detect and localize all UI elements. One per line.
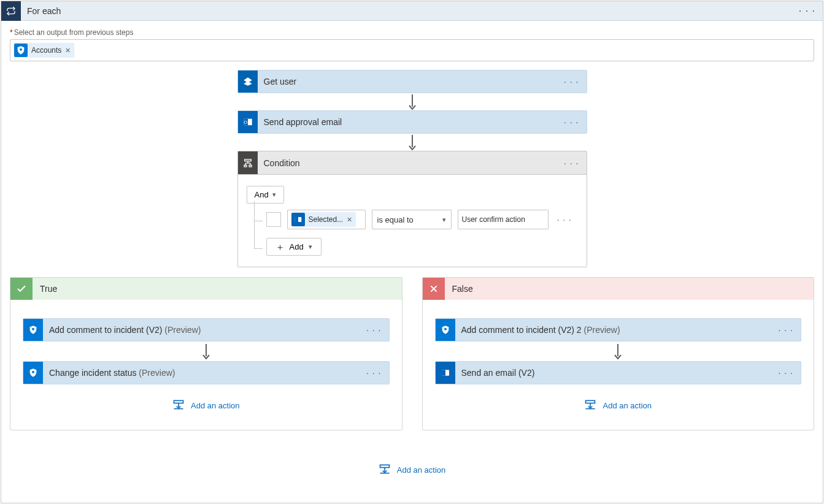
row-checkbox[interactable] <box>266 212 281 227</box>
for-each-container: For each · · · *Select an output from pr… <box>1 1 823 503</box>
action-title: Send an email (V2) <box>455 368 771 378</box>
action-title: Add comment to incident (V2) (Preview) <box>43 325 359 335</box>
flow-arrow-icon <box>612 343 624 360</box>
flow-arrow-icon <box>200 343 212 360</box>
header-menu-button[interactable]: · · · <box>791 6 823 17</box>
action-menu[interactable]: · · · <box>359 325 388 335</box>
true-header[interactable]: True <box>10 278 402 300</box>
action-title: Add comment to incident (V2) 2 (Preview) <box>455 325 771 335</box>
add-row: ＋ Add ▾ <box>254 238 578 256</box>
false-title: False <box>445 284 814 294</box>
svg-point-21 <box>444 328 447 330</box>
send-approval-title: Send approval email <box>258 117 557 127</box>
for-each-title: For each <box>21 6 791 16</box>
close-icon <box>423 278 445 300</box>
get-user-action[interactable]: Get user · · · <box>237 70 587 93</box>
send-approval-menu[interactable]: · · · <box>556 117 586 127</box>
condition-title: Condition <box>258 158 557 168</box>
add-comment-true-action[interactable]: Add comment to incident (V2) (Preview) ·… <box>23 318 390 342</box>
add-action-footer[interactable]: Add an action <box>379 464 446 476</box>
svg-rect-25 <box>586 400 595 403</box>
branches-row: True Add comment to incident (V2) (Previ… <box>10 277 814 430</box>
outlook-icon <box>436 362 455 384</box>
insert-action-icon <box>584 399 596 412</box>
condition-row: Selected... ✕ is equal to ▾ User confirm… <box>254 210 578 229</box>
footer-add-wrap: Add an action <box>10 449 814 476</box>
get-user-title: Get user <box>258 77 557 86</box>
outlook-icon: O <box>238 111 258 133</box>
body-area: *Select an output from previous steps Ac… <box>1 21 823 503</box>
svg-point-15 <box>32 328 34 330</box>
operator-dropdown[interactable]: is equal to ▾ <box>372 210 452 229</box>
chevron-down-icon: ▾ <box>272 191 276 199</box>
condition-card: Condition · · · And ▾ <box>237 151 587 267</box>
output-token-input[interactable]: Accounts ✕ <box>10 39 814 61</box>
condition-tree: Selected... ✕ is equal to ▾ User confirm… <box>254 210 578 256</box>
left-operand-input[interactable]: Selected... ✕ <box>287 210 366 229</box>
svg-rect-24 <box>442 370 445 375</box>
sentinel-icon <box>23 362 43 384</box>
sentinel-icon <box>14 44 28 57</box>
condition-header[interactable]: Condition · · · <box>238 151 587 175</box>
send-email-action[interactable]: Send an email (V2) · · · <box>435 361 802 384</box>
action-title: Change incident status (Preview) <box>43 368 359 378</box>
flow-column: Get user · · · O Send approval email · ·… <box>10 70 814 272</box>
accounts-token[interactable]: Accounts ✕ <box>14 43 74 58</box>
false-branch: False Add comment to incident (V2) 2 (Pr… <box>422 277 815 430</box>
action-menu[interactable]: · · · <box>771 368 801 378</box>
chevron-down-icon: ▾ <box>442 216 446 224</box>
send-approval-action[interactable]: O Send approval email · · · <box>237 110 587 134</box>
aad-icon <box>238 71 258 93</box>
outlook-icon <box>291 213 305 226</box>
add-condition-button[interactable]: ＋ Add ▾ <box>266 238 322 256</box>
condition-menu[interactable]: · · · <box>556 158 586 168</box>
change-status-action[interactable]: Change incident status (Preview) · · · <box>23 361 390 384</box>
check-icon <box>10 278 33 300</box>
and-dropdown[interactable]: And ▾ <box>247 186 284 204</box>
svg-rect-14 <box>295 217 298 222</box>
loop-icon <box>1 1 21 21</box>
insert-action-icon <box>379 464 391 476</box>
svg-rect-12 <box>249 165 252 167</box>
right-operand-input[interactable]: User confirm action <box>458 210 549 229</box>
svg-point-17 <box>32 371 34 373</box>
false-header[interactable]: False <box>423 278 814 300</box>
plus-icon: ＋ <box>275 242 285 251</box>
get-user-menu[interactable]: · · · <box>556 77 586 86</box>
true-title: True <box>33 284 402 294</box>
sentinel-icon <box>436 319 455 341</box>
remove-token-icon[interactable]: ✕ <box>65 47 71 55</box>
for-each-header[interactable]: For each · · · <box>1 1 823 21</box>
insert-action-icon <box>172 399 185 412</box>
false-body: Add comment to incident (V2) 2 (Preview)… <box>423 300 814 430</box>
flow-arrow-icon <box>406 134 418 151</box>
true-branch: True Add comment to incident (V2) (Previ… <box>10 277 402 430</box>
add-comment-false-action[interactable]: Add comment to incident (V2) 2 (Preview)… <box>435 318 802 342</box>
chevron-down-icon: ▾ <box>309 243 312 251</box>
selected-option-token[interactable]: Selected... ✕ <box>291 212 356 227</box>
output-label: *Select an output from previous steps <box>10 28 814 37</box>
svg-rect-11 <box>244 165 247 167</box>
token-label: Accounts <box>31 46 61 55</box>
row-menu[interactable]: · · · <box>555 215 574 224</box>
svg-text:O: O <box>244 120 247 125</box>
add-action-true[interactable]: Add an action <box>172 399 240 412</box>
svg-rect-6 <box>244 159 251 161</box>
svg-rect-18 <box>174 400 183 403</box>
condition-icon <box>238 151 258 174</box>
condition-body: And ▾ Selected... <box>238 175 587 267</box>
svg-rect-28 <box>380 465 389 467</box>
add-action-false[interactable]: Add an action <box>584 399 652 412</box>
sentinel-icon <box>23 319 43 341</box>
token-label: Selected... <box>309 215 344 224</box>
action-menu[interactable]: · · · <box>771 325 801 335</box>
true-body: Add comment to incident (V2) (Preview) ·… <box>10 300 402 430</box>
svg-point-0 <box>20 48 22 51</box>
remove-token-icon[interactable]: ✕ <box>347 216 352 224</box>
action-menu[interactable]: · · · <box>359 368 388 378</box>
flow-arrow-icon <box>406 93 418 110</box>
